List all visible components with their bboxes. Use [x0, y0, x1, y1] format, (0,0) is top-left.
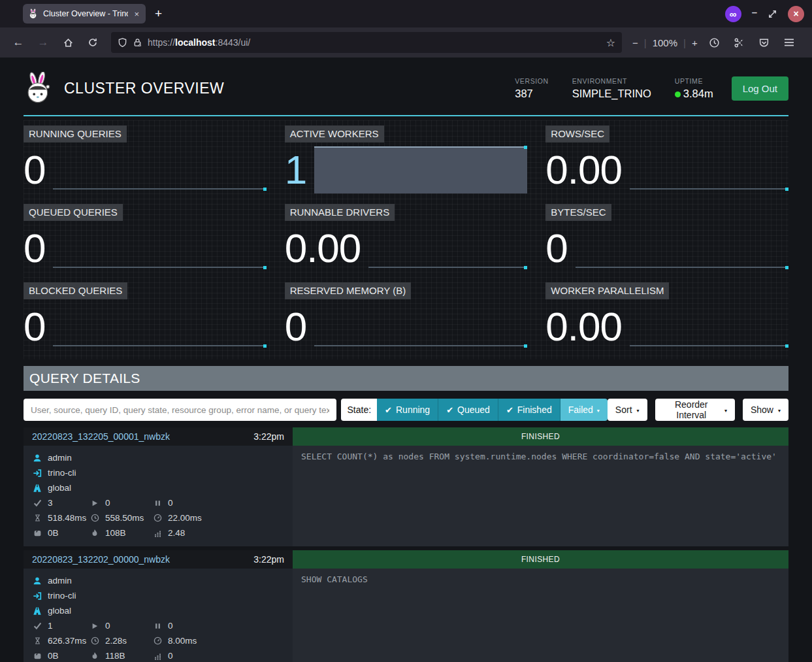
url-scheme: https:// — [148, 37, 175, 48]
reload-button[interactable] — [82, 32, 103, 53]
current-memory: 0B — [48, 651, 59, 661]
chevron-down-icon: ▾ — [724, 408, 727, 414]
state-filter-running-label: Running — [396, 405, 430, 415]
current-memory: 0B — [48, 528, 59, 538]
panel-label: QUEUED QUERIES — [24, 204, 123, 221]
panel-label: BYTES/SEC — [545, 204, 611, 221]
bookmark-star-icon[interactable]: ☆ — [606, 37, 615, 49]
url-host: localhost — [175, 37, 215, 48]
tab-close-icon[interactable]: × — [133, 9, 140, 19]
state-filter-queued[interactable]: ✔ Queued — [438, 399, 498, 421]
query-user: admin — [48, 576, 72, 586]
sparkline-dot — [785, 266, 788, 269]
resource-group-road-icon — [32, 606, 42, 616]
user-icon — [32, 454, 42, 463]
query-sql-text: SHOW CATALOGS — [293, 569, 788, 662]
sparkline-dot — [263, 266, 267, 269]
sparkline — [630, 301, 788, 354]
query-search-input[interactable] — [24, 399, 336, 421]
completed-splits-check-icon — [32, 499, 42, 507]
query-source: trino-cli — [48, 468, 76, 478]
elapsed-time-clock-icon — [89, 637, 100, 645]
query-id-link[interactable]: 20220823_132205_00001_nwbzk — [32, 431, 170, 442]
sparkline — [314, 301, 527, 354]
wall-time: 518.48ms — [48, 513, 86, 523]
query-status-badge: FINISHED — [293, 550, 788, 569]
page-header: CLUSTER OVERVIEW VERSION 387 ENVIRONMENT… — [24, 58, 788, 116]
panel-bytes-sec: BYTES/SEC 0 — [545, 204, 788, 276]
version-value: 387 — [515, 88, 548, 100]
query-header-left: 20220823_132202_00000_nwbzk 3:22pm — [24, 550, 293, 569]
uptime-value: 3.84m — [683, 88, 713, 99]
panel-label: ROWS/SEC — [545, 125, 609, 142]
query-filter-toolbar: State: ✔ Running ✔ Queued ✔ Finished Fai… — [24, 399, 788, 421]
chevron-down-icon: ▾ — [637, 408, 640, 414]
cluster-stats-grid: RUNNING QUERIES 0 ACTIVE WORKERS 1 ROWS/… — [24, 120, 788, 359]
sort-label: Sort — [615, 405, 632, 415]
url-path: :8443/ui/ — [216, 37, 251, 48]
window-restore-button[interactable] — [768, 9, 777, 19]
running-splits: 0 — [105, 498, 110, 508]
query-row: 20220823_132205_00001_nwbzk 3:22pm FINIS… — [24, 427, 788, 546]
zoom-out-button[interactable]: − — [632, 37, 638, 48]
cpu-time: 22.00ms — [168, 513, 202, 523]
query-resource-group: global — [48, 606, 71, 616]
panel-queued-queries: QUEUED QUERIES 0 — [24, 204, 267, 276]
state-filter-failed-dropdown[interactable]: Failed ▾ — [560, 399, 608, 421]
window-close-button[interactable]: × — [788, 6, 804, 22]
browser-tab[interactable]: Cluster Overview - Trino × — [23, 4, 146, 24]
show-label: Show — [751, 405, 773, 415]
resource-group-road-icon — [32, 484, 42, 493]
query-sql-text: SELECT COUNT(*) as nodes FROM system.run… — [293, 446, 788, 546]
elapsed-time-clock-icon — [89, 514, 100, 522]
parallelism: 2.48 — [168, 528, 185, 538]
logout-button[interactable]: Log Out — [732, 76, 788, 101]
url-text[interactable]: https://localhost:8443/ui/ — [148, 37, 601, 48]
browser-window: Cluster Overview - Trino × + ∞ – × ← → — [0, 0, 812, 662]
check-icon: ✔ — [506, 405, 513, 415]
version-block: VERSION 387 — [515, 77, 548, 100]
sparkline — [53, 144, 266, 197]
zoom-level[interactable]: 100% — [653, 37, 677, 48]
history-clock-icon[interactable] — [704, 32, 725, 53]
sparkline — [630, 144, 788, 197]
state-filter-label: State: — [341, 399, 377, 421]
uptime-status-dot — [675, 91, 681, 97]
state-filter-finished[interactable]: ✔ Finished — [498, 399, 560, 421]
sparkline — [53, 301, 266, 354]
url-bar[interactable]: https://localhost:8443/ui/ ☆ — [111, 32, 622, 53]
environment-block: ENVIRONMENT SIMPLE_TRINO — [572, 77, 651, 100]
new-tab-button[interactable]: + — [155, 7, 162, 21]
current-memory-scale-icon — [32, 529, 42, 537]
sparkline-dot — [524, 146, 527, 149]
state-filter-group: State: ✔ Running ✔ Queued ✔ Finished Fai… — [341, 399, 607, 421]
state-filter-running[interactable]: ✔ Running — [377, 399, 438, 421]
query-id-link[interactable]: 20220823_132202_00000_nwbzk — [32, 554, 170, 565]
running-splits: 0 — [105, 621, 110, 631]
menu-hamburger-icon[interactable] — [779, 32, 800, 53]
query-details-title: QUERY DETAILS — [29, 371, 140, 386]
home-button[interactable] — [57, 32, 78, 53]
screenshot-scissors-icon[interactable] — [729, 32, 750, 53]
reorder-interval-dropdown[interactable]: Reorder Interval ▾ — [655, 399, 735, 421]
queued-splits: 0 — [168, 621, 173, 631]
sparkline — [314, 144, 527, 197]
reorder-interval-label: Reorder Interval — [663, 399, 720, 420]
query-details-header: QUERY DETAILS — [24, 366, 788, 391]
chevron-down-icon: ▾ — [778, 408, 781, 414]
query-resource-group: global — [48, 483, 71, 493]
panel-value: 0 — [24, 144, 45, 197]
window-minimize-button[interactable]: – — [752, 7, 757, 22]
panel-running-queries: RUNNING QUERIES 0 — [24, 125, 267, 197]
tracking-protection-shield-icon[interactable] — [118, 37, 127, 48]
back-button[interactable]: ← — [8, 32, 29, 53]
connection-lock-icon[interactable] — [133, 37, 142, 48]
zoom-in-button[interactable]: + — [692, 37, 698, 48]
uptime-label: UPTIME — [675, 77, 713, 85]
chevron-down-icon: ▾ — [597, 408, 600, 414]
show-dropdown[interactable]: Show ▾ — [743, 399, 788, 421]
check-icon: ✔ — [385, 405, 392, 415]
sort-dropdown[interactable]: Sort ▾ — [608, 399, 647, 421]
pocket-icon[interactable] — [754, 32, 775, 53]
browser-titlebar: Cluster Overview - Trino × + ∞ – × — [0, 0, 812, 27]
